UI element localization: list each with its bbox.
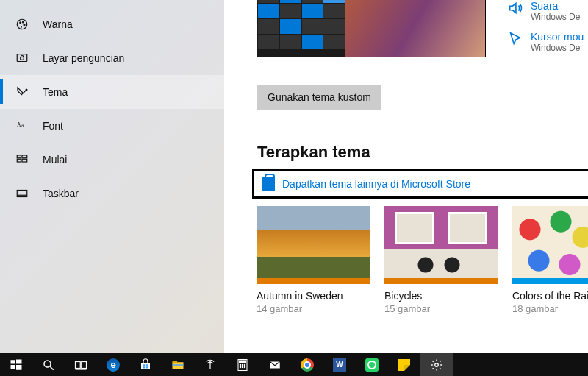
palette-icon [15, 18, 29, 31]
taskbar: W [0, 353, 588, 376]
settings-icon[interactable] [420, 353, 453, 376]
settings-sidebar: Warna Layar penguncian Tema AA Font Mula… [0, 0, 224, 353]
svg-point-39 [240, 366, 241, 368]
store-link-highlight[interactable]: Dapatkan tema lainnya di Microsoft Store [252, 169, 588, 199]
sidebar-item-label: Warna [43, 18, 73, 30]
theme-sub: 15 gambar [384, 303, 498, 314]
related-sub: Windows De [531, 12, 580, 22]
svg-rect-10 [22, 155, 27, 158]
theme-card-colors-rain[interactable]: Colors of the Rain 18 gambar [512, 206, 588, 314]
svg-point-40 [242, 366, 243, 368]
sticky-notes-icon[interactable] [388, 353, 420, 376]
theme-thumbnail [384, 206, 498, 284]
theme-sub: 14 gambar [257, 303, 370, 314]
sidebar-item-label: Font [43, 120, 63, 132]
svg-rect-32 [173, 361, 178, 363]
theme-thumbnail [257, 206, 370, 284]
svg-rect-17 [11, 360, 15, 363]
svg-rect-29 [143, 366, 145, 368]
related-title: Kursor mou [531, 31, 584, 43]
svg-rect-33 [173, 364, 184, 366]
apply-theme-heading: Terapkan tema [257, 143, 370, 162]
store-icon [262, 177, 275, 191]
sidebar-item-label: Taskbar [43, 188, 79, 199]
sidebar-item-tema[interactable]: Tema [0, 75, 224, 109]
related-suara[interactable]: Suara Windows De [507, 0, 588, 22]
word-icon[interactable]: W [323, 353, 356, 376]
svg-rect-18 [16, 359, 22, 363]
svg-point-0 [17, 19, 27, 29]
taskbar-icon [15, 187, 29, 200]
themes-icon [15, 85, 29, 99]
whatsapp-icon[interactable] [356, 353, 388, 376]
chrome-icon[interactable] [291, 353, 323, 376]
store-icon[interactable] [129, 353, 162, 376]
svg-rect-11 [17, 159, 21, 162]
related-settings: Suara Windows De Kursor mou Windows De [507, 0, 588, 62]
svg-rect-9 [17, 155, 21, 158]
svg-text:A: A [21, 123, 24, 127]
related-title: Suara [531, 0, 580, 12]
svg-rect-35 [240, 361, 246, 363]
sidebar-item-taskbar[interactable]: Taskbar [0, 177, 224, 210]
lock-screen-icon [15, 52, 29, 65]
svg-rect-28 [146, 364, 148, 366]
svg-rect-20 [16, 365, 22, 370]
sidebar-item-warna[interactable]: Warna [0, 7, 224, 41]
theme-title: Bicycles [384, 290, 498, 302]
svg-point-1 [20, 22, 21, 24]
mail-icon[interactable] [259, 353, 291, 376]
font-icon: AA [15, 121, 29, 131]
theme-title: Colors of the Rain [512, 290, 588, 302]
svg-point-21 [44, 361, 51, 367]
wifi-app-icon[interactable] [194, 353, 226, 376]
related-sub: Windows De [531, 43, 584, 53]
sidebar-item-mulai[interactable]: Mulai [0, 143, 224, 177]
svg-rect-24 [82, 361, 87, 368]
start-icon [15, 153, 29, 166]
svg-point-3 [24, 24, 25, 26]
svg-rect-19 [11, 365, 15, 369]
svg-point-43 [435, 363, 439, 366]
svg-rect-23 [76, 361, 81, 368]
svg-rect-12 [22, 159, 27, 162]
cursor-icon [507, 31, 523, 47]
svg-rect-13 [17, 191, 27, 197]
sidebar-item-font[interactable]: AA Font [0, 109, 224, 143]
theme-card-autumn[interactable]: Autumn in Sweden 14 gambar [257, 206, 370, 314]
svg-point-2 [23, 21, 24, 23]
sidebar-item-layar-penguncian[interactable]: Layar penguncian [0, 41, 224, 75]
task-view-button[interactable] [65, 353, 97, 376]
svg-text:A: A [17, 121, 21, 128]
edge-icon[interactable] [97, 353, 129, 376]
speaker-icon [507, 0, 523, 16]
search-button[interactable] [32, 353, 65, 376]
svg-point-6 [26, 89, 27, 91]
file-explorer-icon[interactable] [162, 353, 194, 376]
svg-line-22 [50, 366, 54, 370]
svg-point-36 [240, 364, 241, 366]
calculator-icon[interactable] [226, 353, 259, 376]
svg-rect-27 [143, 364, 145, 366]
sidebar-item-label: Mulai [43, 154, 67, 166]
svg-point-38 [244, 364, 245, 366]
svg-rect-30 [146, 366, 148, 368]
svg-rect-5 [21, 57, 24, 60]
current-theme-preview[interactable]: Aa [257, 0, 486, 57]
theme-sub: 18 gambar [512, 303, 588, 314]
related-kursor[interactable]: Kursor mou Windows De [507, 31, 588, 53]
get-more-themes-link[interactable]: Dapatkan tema lainnya di Microsoft Store [282, 178, 470, 190]
main-content: Aa Suara Windows De Kursor mou Windows D… [224, 0, 588, 353]
theme-card-bicycles[interactable]: Bicycles 15 gambar [384, 206, 498, 314]
use-custom-theme-button[interactable]: Gunakan tema kustom [257, 85, 381, 110]
svg-rect-26 [141, 363, 150, 369]
svg-point-41 [244, 366, 245, 368]
theme-title: Autumn in Sweden [257, 290, 370, 302]
sidebar-item-label: Tema [43, 86, 68, 98]
theme-thumbnail [512, 206, 588, 284]
start-button[interactable] [0, 353, 32, 376]
svg-point-37 [242, 364, 243, 366]
sidebar-item-label: Layar penguncian [43, 52, 124, 64]
